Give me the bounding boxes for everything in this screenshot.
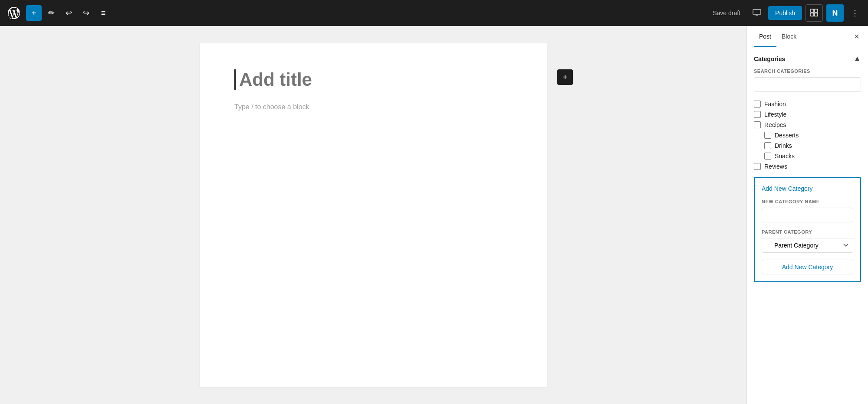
- categories-toggle-button[interactable]: ▲: [853, 54, 861, 63]
- category-checkbox-desserts[interactable]: [764, 132, 771, 139]
- svg-rect-5: [811, 13, 814, 16]
- undo-button[interactable]: ↩: [61, 5, 76, 21]
- category-checkbox-snacks[interactable]: [764, 153, 771, 160]
- category-label-fashion[interactable]: Fashion: [764, 101, 786, 108]
- post-title-input[interactable]: [234, 69, 512, 90]
- tab-post[interactable]: Post: [754, 26, 776, 47]
- svg-rect-3: [811, 9, 814, 12]
- category-label-desserts[interactable]: Desserts: [775, 132, 799, 139]
- publish-label: Publish: [775, 10, 795, 16]
- new-category-name-input[interactable]: [762, 208, 853, 222]
- search-categories-input[interactable]: [754, 77, 861, 92]
- list-item: Lifestyle: [754, 109, 861, 120]
- block-placeholder: Type / to choose a block: [234, 103, 512, 111]
- svg-rect-0: [753, 10, 761, 14]
- category-label-recipes[interactable]: Recipes: [764, 121, 786, 128]
- add-icon: +: [31, 8, 36, 18]
- save-draft-label: Save draft: [713, 10, 740, 16]
- main-toolbar: + ✏ ↩ ↪ ≡ Save draft: [0, 0, 868, 26]
- categories-section-header[interactable]: Categories ▲: [754, 54, 861, 63]
- list-view-button[interactable]: ≡: [95, 5, 111, 21]
- preview-button[interactable]: [749, 5, 765, 21]
- list-item: Snacks: [754, 151, 861, 161]
- pencil-icon: ✏: [48, 8, 55, 18]
- redo-icon: ↪: [83, 8, 89, 18]
- n-label: N: [832, 9, 838, 18]
- categories-title: Categories: [754, 55, 785, 62]
- add-block-button[interactable]: +: [26, 5, 42, 21]
- close-sidebar-button[interactable]: ×: [852, 30, 861, 43]
- more-options-button[interactable]: ⋮: [847, 5, 863, 21]
- sidebar-tabs: Post Block ×: [747, 26, 868, 47]
- list-item: Reviews: [754, 161, 861, 172]
- category-checkbox-lifestyle[interactable]: [754, 111, 761, 118]
- save-draft-button[interactable]: Save draft: [707, 7, 746, 19]
- editor-area: Type / to choose a block +: [0, 26, 746, 404]
- add-new-category-link[interactable]: Add New Category: [762, 185, 813, 192]
- more-icon: ⋮: [851, 8, 859, 18]
- search-categories-label: SEARCH CATEGORIES: [754, 68, 861, 74]
- inline-add-block-button[interactable]: +: [557, 69, 573, 85]
- undo-icon: ↩: [66, 8, 72, 18]
- list-icon: ≡: [101, 9, 106, 18]
- editor-content: Type / to choose a block +: [200, 43, 547, 387]
- tab-post-label: Post: [759, 33, 771, 40]
- category-label-snacks[interactable]: Snacks: [775, 153, 795, 160]
- parent-category-select[interactable]: — Parent Category — Fashion Lifestyle Re…: [762, 238, 853, 253]
- new-category-name-label: NEW CATEGORY NAME: [762, 199, 853, 204]
- svg-rect-6: [815, 13, 818, 16]
- list-item: Fashion: [754, 99, 861, 109]
- chevron-up-icon: ▲: [853, 54, 861, 63]
- new-category-form: Add New Category NEW CATEGORY NAME PAREN…: [754, 177, 861, 282]
- list-item: Drinks: [754, 140, 861, 151]
- sidebar: Post Block × Categories ▲ SEARCH CATEGOR…: [746, 26, 868, 404]
- category-checkbox-recipes[interactable]: [754, 121, 761, 128]
- category-label-lifestyle[interactable]: Lifestyle: [764, 111, 786, 118]
- view-toggle-button[interactable]: [806, 4, 823, 22]
- main-layout: Type / to choose a block + Post Block × …: [0, 26, 868, 404]
- tab-block-label: Block: [782, 33, 796, 40]
- monitor-icon: [753, 9, 761, 17]
- publish-button[interactable]: Publish: [768, 6, 802, 20]
- parent-category-label: PARENT CATEGORY: [762, 229, 853, 235]
- edit-button[interactable]: ✏: [43, 5, 59, 21]
- n-button[interactable]: N: [826, 4, 844, 22]
- list-item: Recipes: [754, 120, 861, 130]
- toolbar-right: Save draft Publish: [707, 4, 863, 22]
- inline-add-icon: +: [562, 72, 568, 82]
- add-new-category-button[interactable]: Add New Category: [762, 260, 853, 274]
- svg-rect-4: [815, 9, 818, 12]
- list-item: Desserts: [754, 130, 861, 140]
- category-checkbox-drinks[interactable]: [764, 142, 771, 149]
- close-icon: ×: [854, 32, 859, 41]
- category-checkbox-reviews[interactable]: [754, 163, 761, 170]
- toolbar-left: + ✏ ↩ ↪ ≡: [5, 4, 111, 22]
- category-checkbox-fashion[interactable]: [754, 101, 761, 108]
- category-label-reviews[interactable]: Reviews: [764, 163, 787, 170]
- tab-block[interactable]: Block: [776, 26, 802, 47]
- categories-section: Categories ▲ SEARCH CATEGORIES Fashion L…: [747, 47, 868, 289]
- wp-logo-button[interactable]: [5, 4, 23, 22]
- category-list: Fashion Lifestyle Recipes Desserts Drink…: [754, 99, 861, 172]
- redo-button[interactable]: ↪: [78, 5, 94, 21]
- view-icon: [810, 9, 818, 18]
- category-label-drinks[interactable]: Drinks: [775, 142, 792, 149]
